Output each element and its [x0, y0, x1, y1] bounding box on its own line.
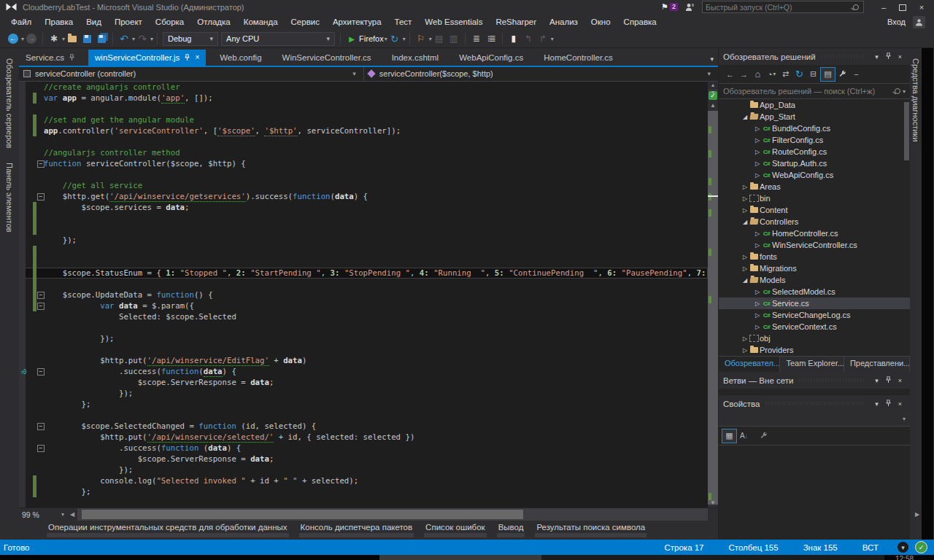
title-bar[interactable]: CloudberryLabTest - Microsoft Visual Stu… [0, 0, 934, 14]
property-pages-wrench-icon[interactable] [757, 429, 771, 443]
document-tab[interactable]: WinServiceController.cs [276, 50, 378, 66]
code-line[interactable]: $scope.services = data; [19, 202, 708, 213]
fold-collapse-box[interactable]: − [37, 423, 45, 430]
tree-item-providers[interactable]: ▷Providers [719, 344, 910, 356]
tree-expander-icon[interactable]: ▷ [754, 149, 761, 155]
navigate-back-button[interactable]: ← [6, 31, 20, 46]
code-line[interactable]: app.controller('serviceController', ['$s… [19, 125, 708, 136]
menu-item-тест[interactable]: Тест [388, 18, 419, 26]
tree-expander-icon[interactable]: ◢ [741, 219, 749, 225]
vertical-scrollbar[interactable]: ▴▾ ✓ ▲ ▼ [708, 82, 718, 508]
horizontal-scrollbar[interactable] [77, 508, 708, 521]
scroll-up-arrow[interactable]: ▲ [708, 102, 718, 109]
bottom-tool-tab[interactable]: Список ошибок [424, 521, 487, 537]
code-gutter[interactable] [19, 486, 44, 497]
code-gutter[interactable] [19, 104, 44, 114]
tree-item-routeconfig-cs[interactable]: ▷C#RouteConfig.cs [719, 146, 910, 158]
scroll-down-arrow[interactable]: ▼ [708, 499, 718, 506]
document-tab[interactable]: HomeController.cs [537, 50, 620, 66]
tree-item-homecontroller-cs[interactable]: ▷C#HomeController.cs [719, 228, 910, 239]
menu-item-команда[interactable]: Команда [237, 18, 285, 26]
fold-collapse-box[interactable]: − [37, 193, 45, 201]
document-tab[interactable]: Web.config [213, 50, 268, 66]
splitter-handle[interactable]: ▴▾ [708, 82, 718, 90]
menu-item-файл[interactable]: Файл [4, 18, 38, 26]
tree-expander-icon[interactable]: ▷ [754, 242, 761, 249]
pin-icon[interactable] [882, 52, 895, 61]
tree-item-fonts[interactable]: ▷fonts [719, 251, 910, 262]
tool-strip-tab[interactable]: Обозреватель серверов [5, 51, 14, 155]
bottom-tool-tab[interactable]: Вывод [497, 521, 525, 537]
code-line[interactable]: $scope.StatusEnum = { 1: "Stopped ", 2: … [19, 268, 708, 279]
solution-platform-combo[interactable]: Any CPU▾ [221, 32, 335, 46]
code-line[interactable]: − $scope.UpdateData = function() { [19, 289, 708, 300]
solution-configuration-combo[interactable]: Debug▾ [163, 32, 218, 46]
menu-item-сборка[interactable]: Сборка [149, 18, 190, 26]
code-surface[interactable]: //create angularjs controllervar app = a… [19, 82, 708, 508]
code-gutter[interactable] [19, 202, 44, 213]
fold-collapse-box[interactable]: − [37, 445, 45, 452]
tree-expander-icon[interactable]: ▷ [754, 125, 761, 132]
code-line[interactable]: −↑0 .success(function(data) { [19, 366, 708, 377]
tree-item-webapiconfig-cs[interactable]: ▷C#WebApiConfig.cs [719, 169, 910, 181]
prev-bookmark-button[interactable]: ↰ [521, 31, 536, 46]
menu-item-отладка[interactable]: Отладка [190, 18, 236, 26]
tree-expander-icon[interactable]: ▷ [741, 265, 749, 272]
save-button[interactable] [80, 31, 94, 46]
window-position-dropdown[interactable]: ▾ [871, 53, 882, 61]
new-project-button[interactable]: ✱ [47, 31, 61, 46]
close-icon[interactable]: × [195, 53, 199, 61]
code-line[interactable]: //create angularjs controller [19, 82, 708, 93]
file-health-indicator[interactable]: ✓ [709, 91, 717, 100]
fold-collapse-box[interactable]: − [37, 303, 45, 310]
tree-expander-icon[interactable]: ▷ [754, 324, 761, 330]
code-line[interactable] [19, 410, 708, 421]
collapse-all-icon[interactable]: ⊟ [806, 68, 820, 81]
code-gutter[interactable] [19, 475, 44, 486]
code-gutter[interactable] [19, 147, 44, 158]
code-gutter[interactable] [19, 497, 44, 508]
feedback-person-icon[interactable] [685, 3, 695, 12]
menu-item-вид[interactable]: Вид [80, 18, 108, 26]
code-line[interactable] [19, 136, 708, 147]
alphabetical-sort-icon[interactable]: A↓ [737, 429, 751, 443]
tree-item-migrations[interactable]: ▷Migrations [719, 262, 910, 274]
close-button[interactable]: × [912, 3, 931, 12]
code-line[interactable]: − var data = $.param({ [19, 300, 708, 311]
code-gutter[interactable] [19, 93, 44, 104]
sign-in-button[interactable]: Вход [880, 18, 913, 26]
pending-changes-filter-icon[interactable]: ◔▾ [765, 68, 779, 81]
tree-expander-icon[interactable]: ◢ [741, 114, 749, 120]
code-gutter[interactable] [19, 279, 44, 289]
code-gutter[interactable] [19, 333, 44, 344]
tree-item-bundleconfig-cs[interactable]: ▷C#BundleConfig.cs [719, 122, 910, 134]
tree-expander-icon[interactable]: ▷ [754, 300, 761, 307]
code-line[interactable]: }; [19, 486, 708, 497]
code-line[interactable]: //angularjs controller method [19, 147, 708, 158]
menu-item-сервис[interactable]: Сервис [285, 18, 326, 26]
code-gutter[interactable] [19, 213, 44, 224]
search-options-dropdown[interactable]: ▾ [903, 88, 906, 95]
code-line[interactable]: }); [19, 333, 708, 344]
fold-collapse-box[interactable]: − [37, 160, 45, 168]
code-gutter[interactable] [19, 246, 44, 257]
refresh-browser-button[interactable]: ↻ [387, 31, 402, 46]
pin-icon[interactable] [882, 400, 895, 408]
start-debugging-button[interactable]: ▶ [344, 31, 359, 46]
code-gutter[interactable] [19, 114, 44, 125]
tree-expander-icon[interactable]: ▷ [741, 195, 749, 202]
pin-icon[interactable] [882, 376, 895, 384]
code-line[interactable]: }); [19, 464, 708, 475]
window-position-dropdown[interactable]: ▾ [871, 400, 882, 408]
tree-item-app-data[interactable]: App_Data [719, 99, 910, 111]
menu-item-архитектура[interactable]: Архитектура [326, 18, 388, 26]
code-line[interactable] [19, 169, 708, 180]
tree-item-bin[interactable]: ▷bin [719, 192, 910, 204]
publish-arrow-icon[interactable]: ▾ [898, 542, 908, 553]
code-line[interactable] [19, 344, 708, 355]
code-line[interactable] [19, 497, 708, 508]
solution-explorer-search[interactable]: Обозреватель решений — поиск (Ctrl+ж) ▾ [719, 84, 910, 99]
code-line[interactable]: − $http.get('/api/winservice/getservices… [19, 191, 708, 202]
branches-title-bar[interactable]: Ветви — Вне сети ▾ × [719, 372, 910, 389]
redo-button[interactable]: ↷ [135, 31, 150, 46]
